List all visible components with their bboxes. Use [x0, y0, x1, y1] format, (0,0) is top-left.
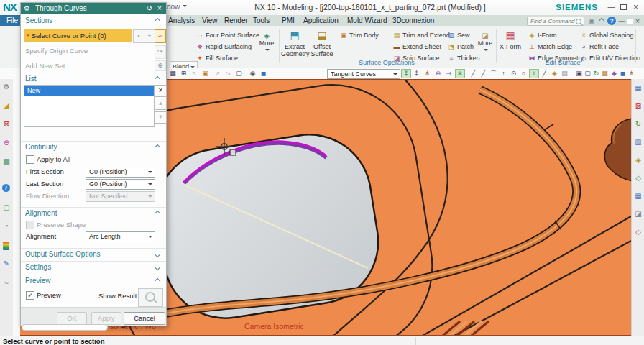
match-edge-button[interactable]: ⊥Match Edge — [528, 42, 572, 52]
snap-intersection-toggle-icon[interactable]: + — [529, 69, 539, 78]
fill-surface-button[interactable]: ✦Fill Surface — [196, 53, 238, 63]
grid-display-icon[interactable]: ▦ — [633, 83, 643, 93]
trim-body-button[interactable]: ▣Trim Body — [339, 30, 379, 40]
window-style-icon[interactable]: ▣ — [587, 17, 596, 25]
list-header[interactable]: List — [21, 73, 166, 84]
rapid-surfacing-button[interactable]: ❖Rapid Surfacing — [196, 42, 252, 52]
tool-sphere-icon[interactable]: ◉ — [248, 69, 257, 78]
internet-explorer-icon[interactable]: i — [2, 184, 10, 192]
output-surface-options-header[interactable]: Output Surface Options — [21, 248, 166, 259]
settings-header[interactable]: Settings — [21, 261, 166, 272]
preview-header[interactable]: Preview — [21, 275, 166, 286]
dialog-reset-icon[interactable]: ↺ — [144, 3, 155, 14]
menu-tools[interactable]: Tools — [253, 15, 270, 26]
process-studio-icon[interactable] — [3, 242, 9, 250]
specify-origin-curve-label[interactable]: Specify Origin Curve — [25, 46, 88, 56]
roles-gear-icon[interactable]: ⚙ — [1, 82, 12, 92]
reflection-map-icon[interactable]: ▥ — [633, 137, 643, 147]
apply-button[interactable]: Apply — [91, 312, 121, 325]
cancel-button[interactable]: Cancel — [124, 312, 165, 325]
snap-tangent-icon[interactable]: ╱ — [540, 69, 549, 78]
tool-plane-icon[interactable]: ⊞ — [179, 69, 188, 78]
alignment-header[interactable]: Alignment — [21, 207, 166, 218]
tool-cursor-icon[interactable]: ↖ — [190, 69, 199, 78]
offset-surface-button[interactable]: ⬓Offset Surface — [308, 29, 336, 58]
curve-rule-combo[interactable]: Tangent Curves — [327, 69, 400, 79]
surface-analysis-icon[interactable]: ◈ — [633, 155, 643, 165]
dialog-resize-grip[interactable] — [22, 324, 108, 331]
workspace-minimize-icon[interactable]: — — [617, 17, 626, 25]
extract-geometry-button[interactable]: ⬒Extract Geometry — [281, 29, 308, 58]
dialog-gear-icon[interactable]: ⚙ — [24, 3, 30, 14]
xform-button[interactable]: ▦X-Form — [498, 29, 523, 50]
menu-pmi[interactable]: PMI — [282, 15, 295, 26]
snap-sheet-icon[interactable]: ▤ — [560, 69, 569, 78]
system-clock-icon[interactable]: ◔ — [1, 221, 12, 231]
surface-ops-more-button[interactable]: ◪More — [476, 32, 494, 54]
list-move-down-button[interactable]: ▼ — [155, 111, 167, 124]
stop-at-intersection-icon[interactable]: ‡ — [412, 69, 421, 78]
snap-face-icon[interactable]: ◈ — [550, 69, 559, 78]
workspace-restore-icon[interactable] — [627, 19, 633, 24]
add-new-set-button[interactable]: ⊕ — [155, 60, 166, 71]
surface-more-button[interactable]: ◈More — [257, 32, 276, 54]
snap-endpoint-icon[interactable]: ╱ — [469, 69, 478, 78]
sections-list[interactable]: New — [24, 85, 155, 127]
close-icon[interactable]: × — [630, 2, 641, 12]
snap-center-icon[interactable]: ⊙ — [509, 69, 518, 78]
four-point-surface-button[interactable]: ▱Four Point Surface — [196, 30, 259, 40]
part-navigator-icon[interactable]: ⊖ — [1, 138, 12, 148]
tool-marquee-icon[interactable]: ▢ — [234, 69, 244, 78]
menu-analysis[interactable]: Analysis — [168, 15, 195, 26]
patch-button[interactable]: ⬔Patch — [447, 42, 474, 52]
sew-button[interactable]: ▥Sew — [447, 30, 470, 40]
flow-direction-combo[interactable]: Not Specified — [86, 191, 155, 202]
workspace-close-icon[interactable]: × — [633, 17, 642, 25]
sections-header[interactable]: Sections — [21, 15, 166, 26]
roles-brush-icon[interactable]: ✎ — [1, 259, 12, 269]
branch-icon[interactable]: ⋔ — [423, 69, 432, 78]
first-section-combo[interactable]: G0 (Position) — [86, 167, 155, 178]
history-palette-icon[interactable]: ▢ — [1, 203, 12, 213]
find-command-box[interactable] — [527, 17, 584, 26]
help-icon[interactable]: ? — [607, 17, 616, 25]
origin-curve-button[interactable]: ↷ — [155, 45, 166, 59]
constraint-navigator-icon[interactable]: ⊠ — [1, 119, 12, 129]
flow-arrow-icon[interactable]: ⇒ — [444, 69, 454, 78]
iform-button[interactable]: ◈I-Form — [528, 30, 557, 40]
snap-pole-icon[interactable]: ↑ — [499, 69, 508, 78]
preview-checkbox[interactable]: ✓ — [26, 291, 34, 300]
chain-icon[interactable]: ⊕ — [433, 69, 443, 78]
isocurve-icon[interactable]: ▦ — [633, 191, 643, 201]
list-item-new[interactable]: New — [24, 86, 154, 96]
apply-to-all-checkbox[interactable] — [26, 155, 34, 164]
find-command-input[interactable] — [529, 17, 576, 25]
deviation-gauge-icon[interactable]: ◇ — [633, 227, 643, 237]
ribbon-collapse-icon[interactable] — [597, 17, 606, 25]
continuity-header[interactable]: Continuity — [21, 141, 166, 152]
menu-mold-wizard[interactable]: Mold Wizard — [347, 15, 387, 26]
menu-view[interactable]: View — [202, 15, 218, 26]
list-move-up-button[interactable]: ▲ — [155, 98, 167, 110]
tool-arrow-up-icon[interactable]: ↗ — [213, 69, 222, 78]
point-dialog-button[interactable]: + — [144, 29, 155, 43]
face-analysis-icon[interactable]: ◇ — [633, 173, 643, 183]
menu-render[interactable]: Render — [224, 15, 248, 26]
ok-button[interactable]: OK — [57, 312, 87, 325]
select-curve-row[interactable]: *Select Curve or Point (0) — [24, 29, 132, 42]
deselect-button[interactable]: × — [133, 29, 144, 43]
global-shaping-button[interactable]: ✳Global Shaping — [579, 30, 634, 40]
tool-grid-icon[interactable]: ▦ — [168, 69, 178, 78]
rendering-style-icon[interactable]: ▦ — [600, 69, 610, 78]
list-remove-button[interactable]: × — [155, 85, 167, 97]
menu-3dconnexion[interactable]: 3Dconnexion — [392, 15, 434, 26]
extend-sheet-button[interactable]: ▬Extend Sheet — [392, 42, 441, 52]
refresh-view-icon[interactable]: ↻ — [633, 119, 643, 129]
snap-arc-icon[interactable]: ⌒ — [489, 69, 498, 78]
window-menu-remnant[interactable]: dow — [167, 3, 187, 11]
snap-midpoint-icon[interactable]: ╱ — [479, 69, 488, 78]
snap-circle-icon[interactable]: ○ — [519, 69, 528, 78]
minimize-icon[interactable]: — — [606, 2, 617, 12]
show-result-button[interactable] — [138, 288, 163, 307]
dialog-close-icon[interactable]: × — [155, 3, 165, 14]
